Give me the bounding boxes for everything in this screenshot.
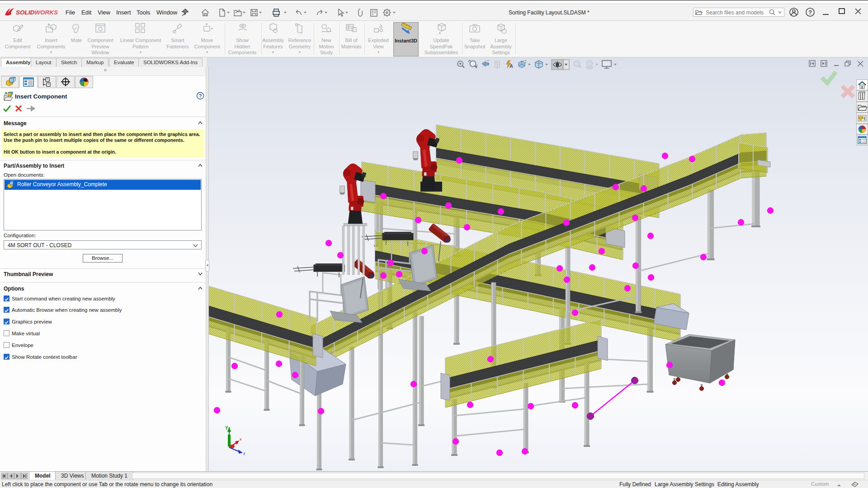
svg-text:SOLIDWORKS: SOLIDWORKS [16,9,58,16]
svg-text:?: ? [199,93,202,99]
svg-text:?: ? [808,9,812,16]
svg-text:A: A [509,63,513,69]
svg-text:z: z [243,451,245,456]
svg-text:Y: Y [225,426,228,431]
svg-text:x: x [240,437,242,441]
